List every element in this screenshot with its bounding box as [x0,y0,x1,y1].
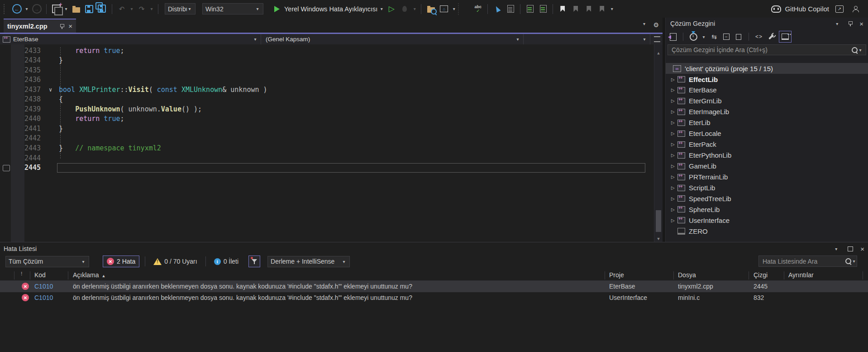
navigate-window-button[interactable]: ⌂ [438,3,450,15]
navigate-back-dropdown[interactable]: ▾ [24,6,29,11]
run-target-dropdown[interactable]: ▾ [379,6,384,11]
search-options-dropdown[interactable]: ▾ [858,48,863,53]
tree-item-ScriptLib[interactable]: ▷ScriptLib [666,183,868,193]
new-project-button[interactable] [50,3,62,15]
filter-toggle-button[interactable] [248,256,260,267]
solution-config-combo[interactable]: Distribut ▾ [165,3,196,14]
pin-icon[interactable] [59,23,65,29]
preview-selected-items-button[interactable] [779,31,792,43]
filter-dropdown[interactable]: ▾ [701,34,706,39]
tree-item-EterGrnLib[interactable]: ▷EterGrnLib [666,96,868,106]
code-line-2443[interactable]: 2443} // namespace tinyxml2 [0,144,654,154]
expander-icon[interactable]: ▷ [671,164,677,169]
toolbar-grip[interactable] [4,4,7,14]
undo-dropdown[interactable]: ▾ [129,6,134,11]
navbar-scope-dropdown[interactable]: (Genel Kapsam) ▾ [261,34,524,44]
error-row-1[interactable]: ✕C1010ön derlenmiş üstbilgi aranırken be… [0,281,868,292]
tree-item-EffectLib[interactable]: ▷EffectLib [666,74,868,85]
error-list-close-icon[interactable]: × [860,246,864,252]
solution-search-input[interactable] [671,46,852,54]
fold-chevron-icon[interactable]: ∨ [49,85,52,95]
error-scope-combo[interactable]: Tüm Çözüm ▾ [5,256,89,267]
expander-icon[interactable]: ▷ [671,120,677,125]
format-selection-button[interactable] [537,3,549,15]
pending-changes-filter-button[interactable] [689,31,698,42]
code-line-2442[interactable]: 2442 [0,134,654,144]
document-outline-button[interactable] [505,3,516,15]
code-line-2436[interactable]: 2436 [0,75,654,85]
navbar-member-dropdown[interactable]: ▾ [524,34,650,44]
platform-combo[interactable]: Win32 ▾ [202,3,263,14]
warnings-toggle-button[interactable]: 0 / 70 Uyarı [151,256,200,267]
error-list-search-input[interactable] [762,257,845,265]
expander-icon[interactable]: ▷ [671,142,677,147]
code-line-2437[interactable]: 2437∨bool XMLPrinter::Visit( const XMLUn… [0,85,654,95]
code-line-2445[interactable]: 2445 [0,163,654,173]
panel-close-icon[interactable]: × [859,20,863,27]
tree-item-EterLocale[interactable]: ▷EterLocale [666,128,868,139]
start-debugging-button[interactable] [271,3,283,15]
tree-item-EterBase[interactable]: ▷EterBase [666,85,868,96]
run-target-label[interactable]: Yerel Windows Hata Ayıklayıcısı [284,5,377,13]
tree-item-SpeedTreeLib[interactable]: ▷SpeedTreeLib [666,193,868,204]
save-button[interactable] [83,3,95,15]
column-line[interactable]: Çizgi [754,271,768,279]
open-file-button[interactable] [70,3,82,15]
search-options-dropdown[interactable]: ▾ [851,259,857,264]
github-copilot-button[interactable]: GitHub Copilot [771,3,829,15]
next-bookmark-button[interactable] [583,3,595,15]
show-all-files-button[interactable] [734,31,743,42]
tree-item-UserInterface[interactable]: ▷UserInterface [666,215,868,226]
spell-check-button[interactable]: abc✓ [472,3,484,15]
column-code[interactable]: Kod [34,271,46,279]
expander-icon[interactable]: ▷ [671,218,677,223]
save-all-button[interactable] [96,3,108,15]
navigate-forward-button[interactable]: → [31,3,43,15]
document-well-dropdown[interactable]: ▾ [641,21,647,29]
redo-dropdown[interactable]: ▾ [149,6,154,11]
code-line-2438[interactable]: 2438{ [0,95,654,105]
code-line-2434[interactable]: 2434} [0,56,654,66]
tab-tinyxml2[interactable]: tinyxml2.cpp × [4,19,76,33]
expander-icon[interactable]: ▷ [671,109,677,114]
code-line-2444[interactable]: 2444 [0,154,654,164]
find-in-files-button[interactable] [425,3,437,15]
scroll-up-icon[interactable]: ▲ [654,51,663,55]
gear-icon[interactable]: ⚙ [653,21,659,29]
code-line-2441[interactable]: 2441} [0,124,654,134]
expander-icon[interactable]: ▷ [671,98,677,103]
toggle-bookmark-button[interactable] [557,3,568,15]
expander-icon[interactable]: ▷ [671,87,677,92]
tree-item-EterPythonLib[interactable]: ▷EterPythonLib [666,150,868,161]
tree-item-SphereLib[interactable]: ▷SphereLib [666,204,868,215]
tree-item-EterLib[interactable]: ▷EterLib [666,117,868,128]
expander-icon[interactable]: ▷ [671,153,677,158]
solution-node[interactable]: ∞ 'client' çözümü (proje 15 / 15) [666,63,868,74]
collapse-all-button[interactable]: − [722,31,731,42]
prev-bookmark-button[interactable] [570,3,582,15]
tree-item-PRTerrainLib[interactable]: ▷PRTerrainLib [666,172,868,183]
column-project[interactable]: Proje [609,271,624,279]
tree-item-EterImageLib[interactable]: ▷EterImageLib [666,106,868,117]
format-document-button[interactable] [524,3,536,15]
navigate-back-button[interactable]: ← [11,3,23,15]
error-list-maximize-button[interactable] [848,246,853,251]
clear-bookmarks-button[interactable] [596,3,608,15]
new-project-dropdown[interactable]: ▾ [63,6,69,11]
tree-item-GameLib[interactable]: ▷GameLib [666,161,868,172]
navigate-window-dropdown[interactable]: ▾ [451,6,457,11]
code-editor[interactable]: 2433 return true;2434}243524362437∨bool … [0,44,663,242]
error-row-2[interactable]: ✕C1010ön derlenmiş üstbilgi aranırken be… [0,292,868,304]
redo-button[interactable]: ↷ [136,3,148,15]
expander-icon[interactable]: ▷ [671,196,677,201]
view-code-button[interactable]: <> [754,31,763,42]
column-file[interactable]: Dosya [678,271,696,279]
column-details[interactable]: Ayrıntılar [788,271,814,279]
messages-toggle-button[interactable]: i 0 İleti [211,256,241,267]
expander-icon[interactable]: ▷ [671,207,677,212]
column-guide-icon[interactable] [458,3,471,15]
error-list-header[interactable]: Hata Listesi ▾ × [0,244,868,254]
tree-item-EterPack[interactable]: ▷EterPack [666,139,868,150]
undo-button[interactable]: ↶ [116,3,128,15]
error-source-combo[interactable]: Derleme + IntelliSense ▾ [267,256,350,267]
